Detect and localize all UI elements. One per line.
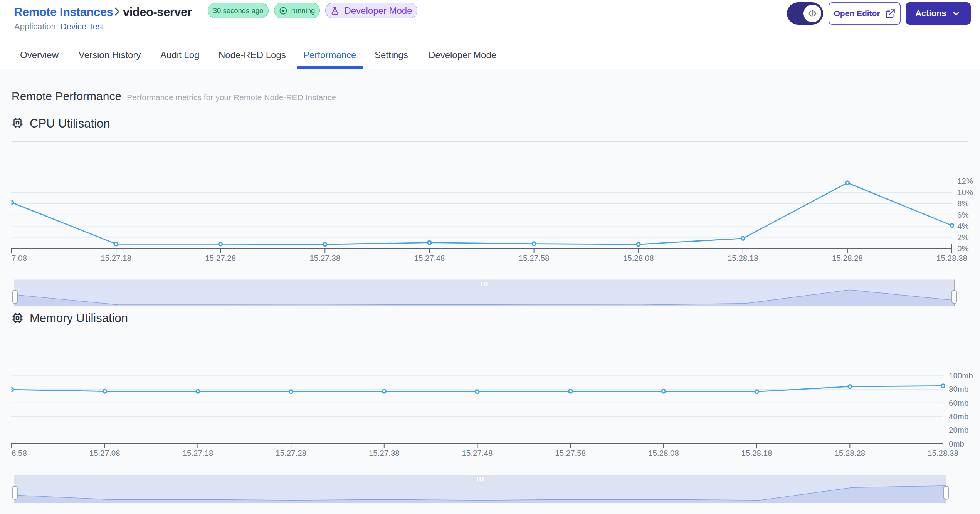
svg-text:20mb: 20mb bbox=[949, 425, 968, 434]
svg-text:10%: 10% bbox=[957, 188, 973, 197]
svg-text:15:28:08: 15:28:08 bbox=[648, 448, 679, 457]
svg-text:80mb: 80mb bbox=[949, 385, 968, 393]
svg-text:2%: 2% bbox=[957, 233, 969, 242]
svg-text:0mb: 0mb bbox=[949, 439, 964, 448]
svg-text:15:28:18: 15:28:18 bbox=[728, 254, 758, 262]
svg-text:15:28:28: 15:28:28 bbox=[834, 448, 865, 457]
svg-text:15:27:18: 15:27:18 bbox=[101, 254, 131, 262]
svg-text:15:27:18: 15:27:18 bbox=[182, 448, 213, 457]
svg-text:15:27:38: 15:27:38 bbox=[369, 448, 400, 457]
svg-text:15:28:38: 15:28:38 bbox=[936, 254, 967, 262]
svg-text:100mb: 100mb bbox=[949, 371, 973, 380]
svg-text:15:28:08: 15:28:08 bbox=[623, 254, 654, 262]
svg-text:60mb: 60mb bbox=[949, 398, 968, 407]
svg-text:15:28:28: 15:28:28 bbox=[832, 254, 863, 262]
svg-text:15:27:08: 15:27:08 bbox=[89, 448, 120, 457]
svg-text:15:27:28: 15:27:28 bbox=[276, 448, 306, 457]
svg-text:15:27:48: 15:27:48 bbox=[414, 254, 445, 262]
svg-text:40mb: 40mb bbox=[949, 412, 968, 421]
svg-text:15:28:18: 15:28:18 bbox=[741, 448, 772, 457]
svg-text:12%: 12% bbox=[957, 176, 973, 185]
svg-text:15:27:58: 15:27:58 bbox=[519, 254, 550, 262]
svg-text:7:08: 7:08 bbox=[12, 254, 27, 262]
svg-text:15:28:38: 15:28:38 bbox=[928, 448, 958, 457]
svg-text:6%: 6% bbox=[957, 210, 969, 219]
svg-text:15:27:28: 15:27:28 bbox=[205, 254, 236, 262]
svg-text:8%: 8% bbox=[957, 199, 969, 208]
svg-text:15:27:48: 15:27:48 bbox=[462, 448, 493, 457]
svg-text:15:27:38: 15:27:38 bbox=[309, 254, 340, 262]
svg-text:4%: 4% bbox=[957, 222, 969, 230]
svg-text:0%: 0% bbox=[957, 244, 969, 253]
svg-text:6:58: 6:58 bbox=[12, 448, 27, 457]
svg-text:15:27:58: 15:27:58 bbox=[555, 448, 586, 457]
